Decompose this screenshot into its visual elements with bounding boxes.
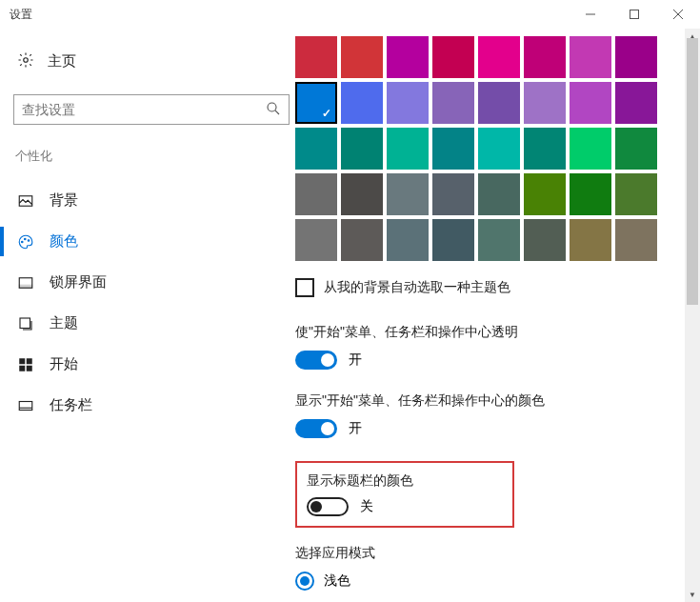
- color-swatch[interactable]: [295, 36, 337, 78]
- svg-rect-16: [19, 365, 25, 371]
- color-swatch[interactable]: [570, 128, 611, 170]
- themes-icon: [17, 315, 34, 332]
- color-swatch[interactable]: [432, 82, 474, 124]
- color-swatch[interactable]: [432, 173, 474, 215]
- svg-rect-14: [19, 358, 25, 364]
- color-palette: [295, 36, 673, 261]
- svg-rect-12: [19, 285, 32, 288]
- color-swatch[interactable]: [341, 36, 383, 78]
- scrollbar[interactable]: ▲ ▼: [685, 29, 700, 602]
- picture-icon: [17, 192, 34, 210]
- color-swatch[interactable]: [341, 128, 383, 170]
- color-swatch[interactable]: [432, 128, 474, 170]
- start-color-state: 开: [349, 420, 362, 437]
- title-color-label: 显示标题栏的颜色: [307, 472, 503, 490]
- search-icon: [265, 100, 282, 121]
- color-swatch[interactable]: [615, 36, 657, 78]
- svg-rect-17: [27, 365, 32, 371]
- search-input[interactable]: [13, 94, 290, 125]
- color-swatch[interactable]: [387, 173, 429, 215]
- title-color-state: 关: [360, 498, 373, 515]
- color-swatch[interactable]: [615, 173, 657, 215]
- color-swatch[interactable]: [341, 173, 383, 215]
- start-color-toggle[interactable]: [295, 419, 337, 438]
- color-swatch[interactable]: [524, 36, 566, 78]
- window-title: 设置: [10, 7, 32, 23]
- color-swatch[interactable]: [295, 219, 337, 261]
- radio-icon: [295, 572, 314, 591]
- color-swatch[interactable]: [387, 219, 429, 261]
- color-swatch[interactable]: [615, 219, 657, 261]
- color-swatch[interactable]: [478, 82, 520, 124]
- color-swatch[interactable]: [524, 82, 566, 124]
- maximize-button[interactable]: [612, 0, 656, 29]
- start-icon: [17, 356, 34, 373]
- palette-icon: [17, 233, 34, 251]
- lockscreen-icon: [17, 274, 34, 291]
- color-swatch[interactable]: [341, 82, 383, 124]
- taskbar-icon: [17, 397, 34, 414]
- color-swatch[interactable]: [295, 82, 337, 124]
- color-swatch[interactable]: [524, 219, 566, 261]
- scroll-down-icon[interactable]: ▼: [685, 587, 700, 602]
- color-swatch[interactable]: [615, 82, 657, 124]
- checkbox-icon: [295, 278, 314, 297]
- svg-point-5: [268, 103, 276, 111]
- color-swatch[interactable]: [432, 36, 474, 78]
- color-swatch[interactable]: [478, 128, 520, 170]
- color-swatch[interactable]: [387, 36, 429, 78]
- sidebar-item-label: 锁屏界面: [50, 273, 107, 291]
- app-mode-light-radio[interactable]: 浅色: [295, 572, 673, 591]
- main-panel: 从我的背景自动选取一种主题色 使"开始"菜单、任务栏和操作中心透明 开 显示"开…: [295, 29, 700, 602]
- color-swatch[interactable]: [341, 219, 383, 261]
- sidebar-item-label: 背景: [50, 191, 78, 210]
- color-swatch[interactable]: [524, 128, 566, 170]
- svg-point-4: [24, 58, 29, 63]
- sidebar-item-label: 颜色: [50, 232, 78, 251]
- sidebar-item-background[interactable]: 背景: [13, 180, 286, 221]
- svg-point-8: [22, 241, 24, 243]
- app-mode-label: 选择应用模式: [295, 545, 673, 562]
- sidebar: 主页 个性化 背景 颜色 锁屏界面 主题 开始 任务栏: [0, 29, 295, 602]
- title-color-highlight: 显示标题栏的颜色 关: [295, 461, 514, 528]
- color-swatch[interactable]: [295, 128, 337, 170]
- scrollbar-thumb[interactable]: [687, 38, 698, 305]
- transparent-state: 开: [349, 351, 362, 369]
- sidebar-item-colors[interactable]: 颜色: [13, 221, 286, 262]
- color-swatch[interactable]: [570, 82, 611, 124]
- search-wrap: [13, 94, 290, 125]
- close-button[interactable]: [656, 0, 700, 29]
- color-swatch[interactable]: [387, 128, 429, 170]
- transparent-label: 使"开始"菜单、任务栏和操作中心透明: [295, 324, 673, 341]
- svg-rect-13: [20, 318, 30, 329]
- start-color-label: 显示"开始"菜单、任务栏和操作中心的颜色: [295, 392, 673, 410]
- color-swatch[interactable]: [478, 173, 520, 215]
- title-color-toggle[interactable]: [307, 497, 349, 516]
- auto-pick-label: 从我的背景自动选取一种主题色: [324, 279, 510, 296]
- color-swatch[interactable]: [615, 128, 657, 170]
- auto-pick-checkbox[interactable]: 从我的背景自动选取一种主题色: [295, 278, 673, 297]
- minimize-button[interactable]: [569, 0, 612, 29]
- sidebar-item-start[interactable]: 开始: [13, 344, 286, 385]
- svg-point-10: [28, 239, 30, 241]
- sidebar-item-taskbar[interactable]: 任务栏: [13, 385, 286, 426]
- transparent-toggle[interactable]: [295, 351, 337, 370]
- color-swatch[interactable]: [478, 36, 520, 78]
- color-swatch[interactable]: [387, 82, 429, 124]
- sidebar-item-lockscreen[interactable]: 锁屏界面: [13, 262, 286, 303]
- sidebar-item-label: 任务栏: [50, 396, 92, 414]
- gear-icon: [17, 51, 34, 71]
- title-bar: 设置: [0, 0, 700, 29]
- color-swatch[interactable]: [570, 36, 611, 78]
- color-swatch[interactable]: [432, 219, 474, 261]
- sidebar-item-themes[interactable]: 主题: [13, 303, 286, 344]
- color-swatch[interactable]: [524, 173, 566, 215]
- home-link[interactable]: 主页: [13, 46, 286, 77]
- color-swatch[interactable]: [570, 173, 611, 215]
- section-title: 个性化: [13, 148, 286, 165]
- svg-line-6: [275, 110, 279, 114]
- color-swatch[interactable]: [295, 173, 337, 215]
- color-swatch[interactable]: [478, 219, 520, 261]
- color-swatch[interactable]: [570, 219, 611, 261]
- sidebar-item-label: 开始: [50, 355, 78, 373]
